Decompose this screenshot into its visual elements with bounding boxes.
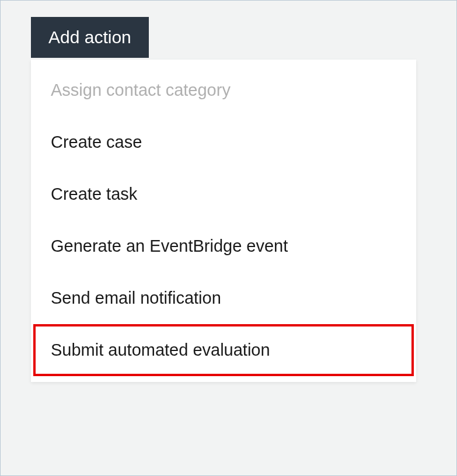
- dropdown-item-create-case[interactable]: Create case: [31, 116, 416, 168]
- dropdown-item-create-task[interactable]: Create task: [31, 168, 416, 220]
- dropdown-item-send-email-notification[interactable]: Send email notification: [31, 272, 416, 324]
- add-action-button[interactable]: Add action: [31, 17, 149, 58]
- dropdown-item-submit-automated-evaluation[interactable]: Submit automated evaluation: [33, 324, 414, 376]
- action-dropdown-panel: Assign contact category Create case Crea…: [31, 60, 416, 382]
- dropdown-item-generate-eventbridge-event[interactable]: Generate an EventBridge event: [31, 220, 416, 272]
- dropdown-item-assign-contact-category: Assign contact category: [31, 64, 416, 116]
